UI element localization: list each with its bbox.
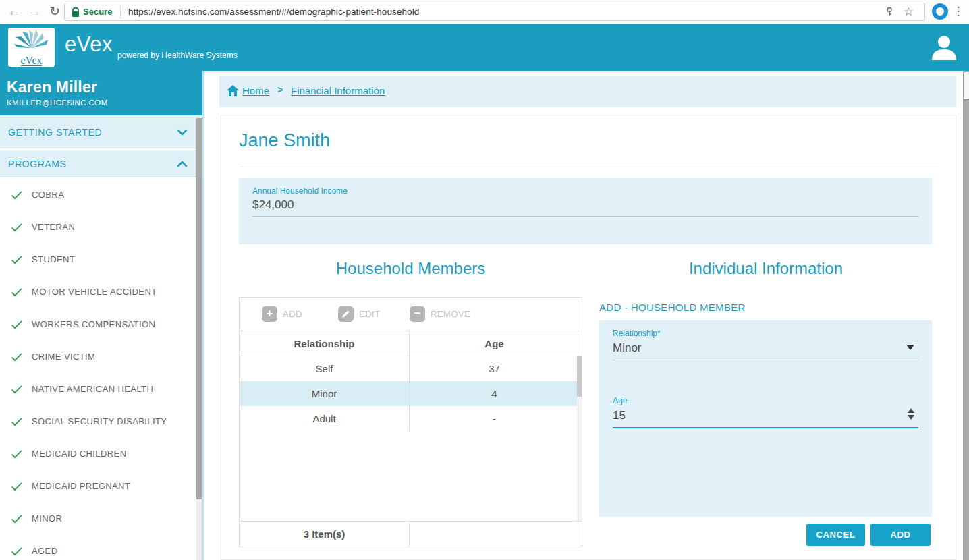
check-icon <box>10 383 23 395</box>
pencil-icon <box>338 306 354 322</box>
income-underline <box>252 216 918 217</box>
sidebar-item-motor-vehicle-accident[interactable]: MOTOR VEHICLE ACCIDENT <box>0 275 196 308</box>
content-card: Jane Smith Annual Household Income $24,0… <box>221 115 956 560</box>
check-icon <box>10 480 23 493</box>
column-header-age[interactable]: Age <box>410 331 578 356</box>
household-table: + ADD EDIT − REMOVE Relationship Age Sel… <box>239 297 582 547</box>
page: ← → ↻ Secure https://evex.hcfsinc.com/as… <box>0 0 969 560</box>
sidebar-scrollbar[interactable] <box>196 115 202 560</box>
check-icon <box>10 512 23 525</box>
cancel-button[interactable]: CANCEL <box>806 524 865 546</box>
breadcrumb-chevron-icon: > <box>277 84 283 95</box>
check-icon <box>10 188 23 201</box>
breadcrumb-current-link[interactable]: Financial Information <box>291 85 385 96</box>
key-icon[interactable] <box>884 7 895 18</box>
brand-title: eVex <box>65 32 113 57</box>
user-profile-icon[interactable] <box>929 32 960 63</box>
sidebar-item-cobra[interactable]: COBRA <box>0 178 196 211</box>
relationship-select[interactable]: Relationship* Minor <box>599 329 932 361</box>
user-email: KMILLER@HCFSINC.COM <box>7 99 108 107</box>
cell-relationship: Minor <box>240 381 410 406</box>
breadcrumb-home-link[interactable]: Home <box>242 85 269 96</box>
household-members-title: Household Members <box>239 259 582 278</box>
individual-form-panel: Relationship* Minor Age 15 <box>599 320 932 517</box>
individual-information-title: Individual Information <box>599 259 933 278</box>
table-header-row: Relationship Age <box>240 331 582 356</box>
sidebar-programs: COBRAVETERANSTUDENTMOTOR VEHICLE ACCIDEN… <box>0 178 196 560</box>
chevron-down-icon <box>177 129 188 136</box>
divider <box>120 6 121 18</box>
dropdown-caret-icon[interactable] <box>906 345 914 350</box>
profile-ring-icon[interactable] <box>932 3 948 20</box>
remove-member-button[interactable]: − REMOVE <box>410 306 477 323</box>
cell-age: 4 <box>410 381 578 406</box>
spinner-icon[interactable] <box>908 408 916 420</box>
sidebar-item-workers-compensation[interactable]: WORKERS COMPENSATION <box>0 308 196 340</box>
breadcrumb: Home > Financial Information <box>219 76 956 107</box>
sidebar-item-social-security-disability[interactable]: SOCIAL SECURITY DISABILITY <box>0 405 196 437</box>
sidebar-item-crime-victim[interactable]: CRIME VICTIM <box>0 340 196 372</box>
income-panel: Annual Household Income $24,000 <box>239 178 932 244</box>
add-household-member-subtitle: ADD - HOUSEHOLD MEMBER <box>599 302 746 313</box>
age-stepper[interactable]: Age 15 <box>599 396 932 428</box>
table-toolbar: + ADD EDIT − REMOVE <box>240 298 582 331</box>
sidebar-item-native-american-health[interactable]: NATIVE AMERICAN HEALTH <box>0 372 196 405</box>
sidebar-item-medicaid-pregnant[interactable]: MEDICAID PREGNANT <box>0 470 196 502</box>
column-header-relationship[interactable]: Relationship <box>240 331 410 356</box>
check-icon <box>10 350 23 363</box>
sidebar-section-getting-started[interactable]: GETTING STARTED <box>0 116 202 148</box>
sidebar-section-programs[interactable]: PROGRAMS <box>0 150 202 177</box>
minus-icon: − <box>410 306 425 322</box>
page-scrollbar[interactable] <box>963 71 969 560</box>
household-rows: Self37Minor4Adult- <box>240 356 582 431</box>
income-label: Annual Household Income <box>252 186 348 196</box>
table-row[interactable]: Adult- <box>240 406 582 431</box>
forward-icon[interactable]: → <box>26 3 43 20</box>
page-scrollbar-thumb[interactable] <box>964 72 969 99</box>
check-icon <box>10 318 23 331</box>
reload-icon[interactable]: ↻ <box>46 3 63 20</box>
item-count: 3 Item(s) <box>240 522 410 547</box>
powered-by-text: powered by HealthWare Systems <box>117 51 238 60</box>
browser-menu-icon[interactable]: ⋮ <box>951 3 965 20</box>
evex-logo: eVex <box>8 28 55 67</box>
add-button[interactable]: ADD <box>870 524 931 546</box>
sidebar-item-medicaid-children[interactable]: MEDICAID CHILDREN <box>0 437 196 470</box>
back-icon[interactable]: ← <box>5 3 23 20</box>
browser-toolbar: ← → ↻ Secure https://evex.hcfsinc.com/as… <box>0 0 969 24</box>
sidebar-scrollbar-thumb[interactable] <box>196 118 202 499</box>
table-row[interactable]: Minor4 <box>240 381 582 406</box>
cell-age: 37 <box>410 356 578 381</box>
table-scrollbar[interactable] <box>577 356 582 522</box>
cell-relationship: Self <box>240 356 410 381</box>
lock-icon <box>72 7 80 18</box>
table-row[interactable]: Self37 <box>240 356 582 381</box>
url-text[interactable]: https://evex.hcfsinc.com/assessment/#/de… <box>128 7 419 17</box>
sidebar-item-veteran[interactable]: VETERAN <box>0 211 196 243</box>
check-icon <box>10 285 23 298</box>
sidebar-user-block: Karen Miller KMILLER@HCFSINC.COM <box>0 71 202 115</box>
patient-name: Jane Smith <box>239 130 330 151</box>
check-icon <box>10 544 23 557</box>
check-icon <box>10 415 23 428</box>
secure-label: Secure <box>83 7 112 17</box>
table-footer-row: 3 Item(s) <box>240 521 582 547</box>
table-scrollbar-thumb[interactable] <box>577 356 582 397</box>
cell-age: - <box>410 406 578 431</box>
edit-member-button[interactable]: EDIT <box>338 306 392 323</box>
cell-relationship: Adult <box>240 406 410 431</box>
home-icon[interactable] <box>226 84 240 97</box>
check-icon <box>10 253 23 266</box>
sidebar-item-aged[interactable]: AGED <box>0 534 196 560</box>
divider <box>239 167 939 167</box>
user-name: Karen Miller <box>7 78 97 96</box>
sidebar-item-student[interactable]: STUDENT <box>0 243 196 275</box>
chevron-up-icon <box>177 161 188 167</box>
address-bar[interactable]: Secure https://evex.hcfsinc.com/assessme… <box>64 3 925 21</box>
check-icon <box>10 221 23 233</box>
sidebar-item-minor[interactable]: MINOR <box>0 502 196 534</box>
income-input[interactable]: $24,000 <box>252 198 294 212</box>
app-header: eVex eVex powered by HealthWare Systems <box>0 24 969 71</box>
add-member-button[interactable]: + ADD <box>262 306 312 323</box>
bookmark-star-icon[interactable]: ☆ <box>904 5 914 19</box>
